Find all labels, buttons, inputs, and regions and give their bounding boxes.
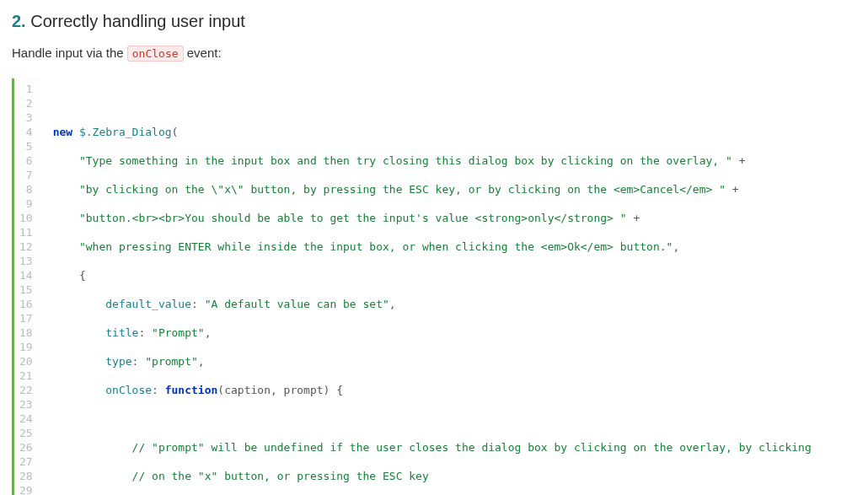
code-line: // on the "x" button, or pressing the ES… bbox=[53, 469, 856, 483]
code-line: type: "prompt", bbox=[53, 354, 856, 369]
code-line: title: "Prompt", bbox=[53, 326, 856, 340]
intro-after: event: bbox=[184, 46, 222, 60]
line-number: 13 bbox=[19, 254, 33, 268]
inline-code-onclose: onClose bbox=[127, 46, 184, 62]
line-number: 12 bbox=[19, 239, 33, 254]
line-number: 9 bbox=[19, 196, 33, 211]
code-line: "when pressing ENTER while inside the in… bbox=[53, 239, 856, 254]
code-line: { bbox=[53, 268, 856, 282]
code-line: // "prompt" will be undefined if the use… bbox=[53, 440, 856, 455]
code-line: "button.<br><br>You should be able to ge… bbox=[53, 211, 856, 225]
heading-text: Correctly handling user input bbox=[26, 12, 245, 30]
code-line: onClose: function(caption, prompt) { bbox=[53, 383, 856, 397]
line-number: 7 bbox=[19, 168, 33, 182]
code-line: "Type something in the input box and the… bbox=[53, 153, 856, 168]
code-line: "by clicking on the \"x\" button, by pre… bbox=[53, 182, 856, 196]
line-number: 11 bbox=[19, 225, 33, 239]
line-number: 10 bbox=[19, 211, 33, 225]
line-number: 18 bbox=[19, 326, 33, 340]
code-line bbox=[53, 412, 856, 426]
line-number: 26 bbox=[19, 440, 33, 455]
line-number: 22 bbox=[19, 383, 33, 397]
heading-number: 2. bbox=[12, 12, 26, 30]
line-number: 16 bbox=[19, 297, 33, 311]
code-line bbox=[53, 96, 856, 110]
line-number: 23 bbox=[19, 397, 33, 412]
code-line: default_value: "A default value can be s… bbox=[53, 297, 856, 311]
line-number: 4 bbox=[19, 125, 33, 139]
line-number: 6 bbox=[19, 153, 33, 168]
line-number: 5 bbox=[19, 139, 33, 153]
section-heading: 2. Correctly handling user input bbox=[12, 8, 856, 34]
line-number: 15 bbox=[19, 282, 33, 297]
line-number: 25 bbox=[19, 426, 33, 440]
intro-paragraph: Handle input via the onClose event: bbox=[12, 44, 856, 63]
line-number: 21 bbox=[19, 369, 33, 383]
line-number: 29 bbox=[19, 483, 33, 496]
line-number: 2 bbox=[19, 96, 33, 110]
intro-before: Handle input via the bbox=[12, 46, 127, 60]
code-line: new $.Zebra_Dialog( bbox=[53, 125, 856, 139]
line-number: 28 bbox=[19, 469, 33, 483]
line-number: 19 bbox=[19, 340, 33, 354]
line-number: 27 bbox=[19, 455, 33, 469]
code-block: 1234567891011121314151617181920212223242… bbox=[12, 78, 856, 496]
line-number: 3 bbox=[19, 110, 33, 125]
line-number-gutter: 1234567891011121314151617181920212223242… bbox=[14, 78, 41, 496]
line-number: 8 bbox=[19, 182, 33, 196]
line-number: 17 bbox=[19, 311, 33, 326]
line-number: 24 bbox=[19, 412, 33, 426]
line-number: 20 bbox=[19, 354, 33, 369]
line-number: 14 bbox=[19, 268, 33, 282]
line-number: 1 bbox=[19, 82, 33, 96]
code-content: new $.Zebra_Dialog( "Type something in t… bbox=[41, 78, 856, 496]
